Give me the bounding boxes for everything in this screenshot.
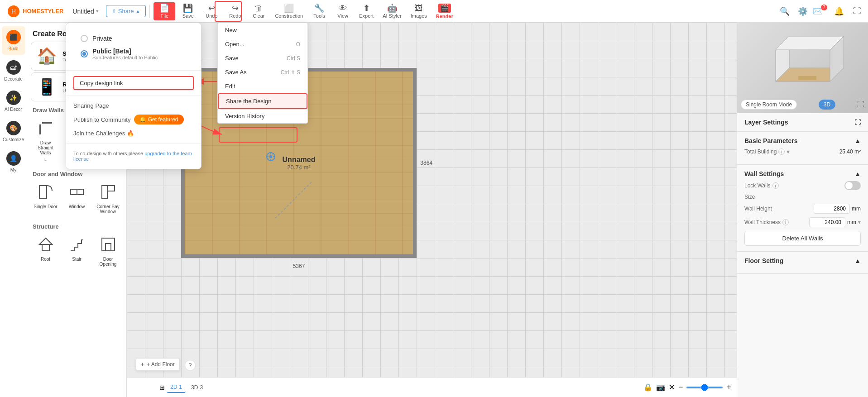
settings-button[interactable]: ⚙️ — [796, 4, 810, 19]
delete-all-walls-button[interactable]: Delete All Walls — [744, 231, 861, 246]
corner-bay-window-item[interactable]: Corner BayWindow — [93, 181, 123, 218]
single-room-mode-button[interactable]: Single Room Mode — [741, 100, 797, 110]
floor-setting-header[interactable]: Floor Setting ▲ — [744, 257, 861, 264]
share-icon: ⇧ — [112, 8, 116, 14]
wall-height-input[interactable] — [814, 204, 850, 214]
publish-community-item[interactable]: Publish to Community — [73, 116, 130, 123]
view-3d-button[interactable]: 3D 3 — [187, 383, 206, 392]
toolbar: H HOMESTYLER Untitled ▾ ⇧ Share ▲ 📄 File… — [0, 0, 868, 23]
version-history-item[interactable]: Version History — [218, 109, 307, 123]
door-opening-item[interactable]: Door Opening — [93, 234, 123, 270]
images-button[interactable]: 🖼 Images — [407, 2, 431, 20]
file-button[interactable]: 📄 File — [153, 2, 175, 20]
preview-controls: Single Room Mode 3D ⛶ — [737, 100, 868, 110]
file-save-as-item[interactable]: Save As Ctrl ⇧ S — [218, 65, 307, 79]
redo-button[interactable]: ↪ Redo — [224, 2, 246, 20]
tools-icon: 🔧 — [314, 4, 324, 12]
expand-preview-icon[interactable]: ⛶ — [857, 100, 864, 109]
public-option[interactable]: Public [Beta] Sub-features default to Pu… — [73, 45, 194, 63]
undo-button[interactable]: ↩ Undo — [201, 2, 222, 20]
view-icon: 👁 — [339, 4, 347, 12]
view-2d-button[interactable]: 2D 1 — [167, 382, 186, 393]
share-divider-2 — [66, 96, 201, 96]
export-button[interactable]: ⬆ Export — [355, 2, 377, 20]
floor-collapse-icon: ▲ — [854, 257, 861, 264]
basic-parameters-header[interactable]: Basic Parameters ▲ — [744, 137, 861, 144]
svg-point-17 — [269, 155, 272, 158]
wall-settings-section: Wall Settings ▲ Lock Walls i Size Wall H… — [737, 165, 868, 252]
left-icon-sidebar: ⬛ Build 🛋 Decorate ✨ AI Decor 🎨 Customiz… — [0, 23, 27, 397]
clear-button[interactable]: 🗑 Clear — [248, 2, 269, 20]
chevron-down-icon: ▾ — [786, 148, 790, 155]
app-name: HOMESTYLER — [23, 8, 63, 14]
undo-icon: ↩ — [208, 4, 215, 12]
get-featured-button[interactable]: 🔔 Get featured — [134, 115, 183, 124]
roof-item[interactable]: Roof — [31, 234, 60, 270]
export-icon: ⬆ — [363, 4, 370, 12]
sidebar-item-customize[interactable]: 🎨 Customize — [2, 117, 25, 146]
draw-straight-walls-item[interactable]: Draw StraightWalls L — [31, 117, 60, 165]
zoom-out-button[interactable]: − — [678, 383, 683, 392]
save-button[interactable]: 💾 Save — [177, 2, 199, 20]
file-edit-item[interactable]: Edit — [218, 79, 307, 93]
room-dim-bottom: 5367 — [293, 263, 305, 269]
single-door-item[interactable]: Single Door — [31, 181, 60, 218]
copy-link-button[interactable]: Copy design link — [73, 76, 194, 90]
sidebar-item-ai-decor[interactable]: ✨ AI Decor — [2, 87, 25, 115]
window-item[interactable]: Window — [62, 181, 91, 218]
door-opening-icon — [101, 237, 115, 255]
file-save-item[interactable]: Save Ctrl S — [218, 51, 307, 65]
lock-walls-toggle[interactable] — [844, 181, 861, 190]
sidebar-item-decorate[interactable]: 🛋 Decorate — [2, 57, 25, 85]
thickness-chevron-icon: ▾ — [858, 219, 861, 225]
svg-rect-27 — [798, 76, 816, 80]
view-button[interactable]: 👁 View — [332, 2, 354, 20]
private-option[interactable]: Private — [73, 32, 194, 45]
add-floor-icon: + — [141, 361, 144, 368]
file-open-item[interactable]: Open... O — [218, 37, 307, 51]
share-button[interactable]: ⇧ Share ▲ — [106, 5, 146, 17]
sidebar-item-build[interactable]: ⬛ Build — [2, 26, 25, 55]
file-new-item[interactable]: New — [218, 23, 307, 37]
render-icon: 🎬 — [438, 4, 451, 13]
join-challenges-item[interactable]: Join the Challenges 🔥 — [66, 127, 201, 139]
wall-settings-header[interactable]: Wall Settings ▲ — [744, 170, 861, 177]
share-popup: Private Public [Beta] Sub-features defau… — [66, 23, 201, 169]
add-floor-button[interactable]: + + Add Floor — [136, 358, 180, 371]
my-icon: 👤 — [6, 151, 21, 166]
zoom-control: 🔒 📷 ✕ − + — [643, 383, 731, 392]
stair-item[interactable]: Stair — [62, 234, 91, 270]
snap-icon: ⊞ — [159, 384, 165, 391]
sharing-page-item[interactable]: Sharing Page — [66, 100, 201, 112]
svg-rect-3 — [42, 122, 52, 124]
fullscreen-button[interactable]: ⛶ — [850, 4, 864, 19]
notifications-button[interactable]: 🔔 — [832, 4, 846, 19]
share-chevron-icon: ▲ — [135, 9, 140, 14]
room-target-icon — [266, 152, 276, 162]
decorate-icon: 🛋 — [6, 60, 21, 75]
svg-text:H: H — [11, 8, 16, 15]
zoom-slider[interactable] — [686, 387, 723, 388]
3d-mode-button[interactable]: 3D — [819, 100, 835, 110]
ai-styler-button[interactable]: 🤖 AI Styler — [379, 2, 405, 20]
search-button[interactable]: 🔍 — [777, 4, 792, 19]
layer-settings-section[interactable]: Layer Settings ⛶ — [737, 113, 868, 132]
render-button[interactable]: 🎬 Render — [432, 2, 457, 21]
help-button[interactable]: ? — [185, 360, 196, 371]
file-icon: 📄 — [159, 4, 169, 12]
construction-button[interactable]: ⬜ Construction — [271, 2, 307, 20]
roomscan-icon: 📱 — [37, 77, 57, 96]
mail-button[interactable]: ✉️7 — [814, 4, 828, 19]
wall-thickness-input[interactable] — [809, 217, 845, 227]
redo-icon: ↪ — [232, 4, 239, 12]
sidebar-item-my[interactable]: 👤 My — [2, 148, 25, 176]
tools-button[interactable]: 🔧 Tools — [308, 2, 330, 20]
share-the-design-item[interactable]: Share the Design — [218, 93, 307, 109]
roof-icon — [38, 237, 53, 255]
project-name[interactable]: Untitled ▾ — [69, 6, 102, 17]
room-label: Unnamed 20.74 m² — [283, 156, 316, 171]
size-label-row: Size — [744, 194, 861, 200]
share-divider-3 — [66, 143, 201, 143]
logo[interactable]: H HOMESTYLER — [4, 5, 67, 18]
zoom-in-button[interactable]: + — [726, 383, 731, 392]
